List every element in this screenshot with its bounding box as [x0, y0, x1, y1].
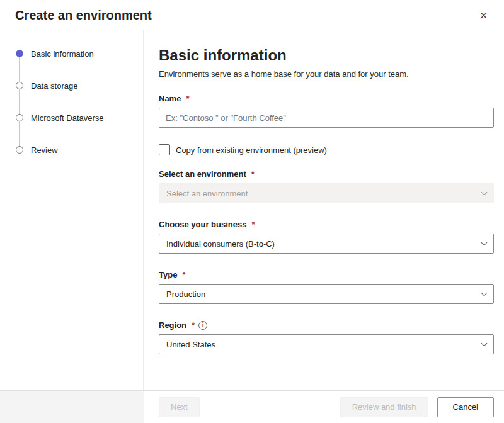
close-icon: ✕ — [479, 10, 488, 21]
step-current-dot-icon — [16, 50, 23, 57]
type-value: Production — [166, 290, 205, 299]
region-label: Region — [159, 320, 186, 330]
select-environment-dropdown: Select an environment — [159, 183, 494, 203]
required-asterisk: * — [251, 220, 255, 229]
business-dropdown[interactable]: Individual consumers (B-to-C) — [159, 234, 494, 254]
region-dropdown[interactable]: United States — [159, 334, 494, 354]
copy-from-existing-checkbox[interactable] — [159, 144, 170, 155]
review-and-finish-button: Review and finish — [340, 397, 428, 417]
page-title: Basic information — [159, 47, 494, 64]
required-asterisk: * — [192, 320, 195, 330]
region-field-group: Region * i United States — [159, 320, 494, 354]
copy-from-existing-row: Copy from existing environment (preview) — [159, 144, 494, 155]
region-value: United States — [166, 340, 215, 349]
stepper-item-data-storage: Data storage — [0, 78, 143, 93]
copy-from-existing-label: Copy from existing environment (preview) — [176, 145, 327, 155]
chevron-down-icon — [481, 239, 488, 245]
next-button: Next — [159, 397, 200, 417]
chevron-down-icon — [481, 340, 488, 346]
step-label: Data storage — [31, 81, 77, 91]
stepper-item-review: Review — [0, 142, 143, 157]
dialog-footer: Next Review and finish Cancel — [0, 390, 504, 423]
dialog-header: Create an environment ✕ — [0, 0, 504, 30]
required-asterisk: * — [186, 94, 189, 103]
chevron-down-icon — [481, 189, 488, 195]
step-label: Microsoft Dataverse — [31, 113, 104, 123]
dialog-title: Create an environment — [15, 8, 152, 23]
stepper-connector-line — [19, 54, 20, 150]
chevron-down-icon — [481, 290, 488, 296]
select-environment-field-group: Select an environment * Select an enviro… — [159, 169, 494, 203]
step-label: Review — [31, 145, 58, 155]
business-field-group: Choose your business * Individual consum… — [159, 220, 494, 254]
stepper-item-microsoft-dataverse: Microsoft Dataverse — [0, 110, 143, 125]
footer-left-spacer — [0, 391, 144, 423]
type-field-group: Type * Production — [159, 270, 494, 304]
required-asterisk: * — [251, 169, 255, 179]
name-field-label: Name — [159, 94, 181, 103]
name-field-group: Name * — [159, 94, 494, 128]
page-description: Environments serve as a home base for yo… — [159, 69, 494, 79]
business-value: Individual consumers (B-to-C) — [166, 239, 275, 249]
info-icon[interactable]: i — [198, 321, 207, 330]
create-environment-dialog: Create an environment ✕ Basic informatio… — [0, 0, 504, 423]
required-asterisk: * — [182, 270, 185, 279]
wizard-stepper: Basic information Data storage Microsoft… — [0, 30, 144, 390]
business-label: Choose your business — [159, 220, 246, 229]
name-input[interactable] — [159, 108, 494, 128]
basic-information-panel: Basic information Environments serve as … — [144, 30, 504, 390]
step-pending-dot-icon — [16, 146, 23, 154]
select-environment-label: Select an environment — [159, 169, 246, 179]
type-dropdown[interactable]: Production — [159, 284, 494, 304]
dialog-body: Basic information Data storage Microsoft… — [0, 30, 504, 390]
close-button[interactable]: ✕ — [477, 8, 490, 23]
step-pending-dot-icon — [16, 114, 23, 121]
select-environment-value: Select an environment — [166, 189, 248, 198]
type-label: Type — [159, 270, 177, 279]
stepper-item-basic-information: Basic information — [0, 46, 143, 61]
step-label: Basic information — [31, 49, 94, 59]
cancel-button[interactable]: Cancel — [437, 397, 494, 417]
step-pending-dot-icon — [16, 82, 23, 89]
footer-actions: Next Review and finish Cancel — [144, 391, 504, 423]
